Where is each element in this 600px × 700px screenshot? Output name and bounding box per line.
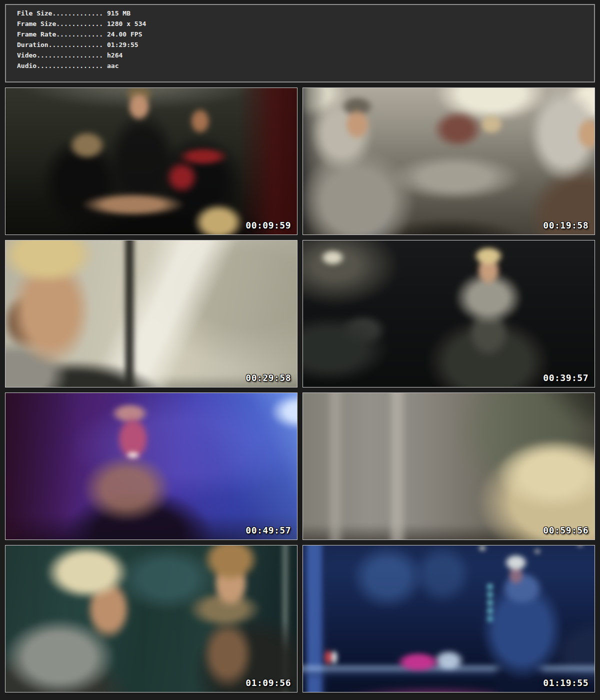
dot-leader: ................. (36, 62, 103, 70)
screenshot-grid: 00:09:59 00:19:58 00:29:58 00:39:57 00:4… (5, 88, 595, 692)
timestamp-overlay: 00:59:56 (543, 525, 588, 536)
info-label: Video (17, 52, 36, 59)
info-row-video-codec: Video................. h264 (17, 50, 594, 60)
dot-leader: ................. (36, 52, 103, 59)
info-label: File Size (17, 10, 52, 17)
timestamp-overlay: 00:09:59 (246, 220, 291, 230)
movie-still-image (302, 88, 595, 235)
screenshot-thumb-6: 00:59:56 (302, 392, 595, 540)
screenshot-thumb-7: 01:09:56 (5, 545, 298, 692)
dot-leader: .............. (48, 41, 104, 48)
movie-still-image (5, 545, 298, 692)
movie-still-image (302, 545, 595, 692)
info-label: Frame Rate (17, 30, 56, 38)
timestamp-overlay: 01:19:55 (543, 678, 588, 688)
screenshot-thumb-3: 00:29:58 (5, 240, 298, 388)
screenshot-thumb-8: 01:19:55 (302, 545, 595, 692)
info-row-audio-codec: Audio................. aac (17, 60, 594, 71)
info-row-frame-size: Frame Size............ 1280 x 534 (17, 18, 594, 29)
movie-still-image (5, 88, 298, 235)
timestamp-overlay: 00:39:57 (543, 372, 588, 383)
timestamp-overlay: 00:49:57 (246, 525, 291, 536)
info-label: Duration (17, 41, 48, 48)
info-label: Frame Size (17, 20, 56, 28)
movie-still-image (5, 240, 298, 388)
info-value: aac (107, 62, 118, 70)
info-row-frame-rate: Frame Rate............ 24.00 FPS (17, 29, 594, 40)
dot-leader: ............. (52, 10, 103, 17)
timestamp-overlay: 01:09:56 (246, 678, 291, 688)
movie-still-image (302, 240, 595, 388)
info-row-duration: Duration.............. 01:29:55 (17, 40, 594, 50)
info-value: 1280 x 534 (107, 20, 146, 28)
info-value: 915 MB (107, 10, 130, 17)
media-info-panel: File Size............. 915 MB Frame Size… (5, 4, 595, 82)
movie-still-image (302, 392, 595, 540)
timestamp-overlay: 00:29:58 (246, 372, 291, 383)
screenshot-thumb-5: 00:49:57 (5, 392, 298, 540)
screenshot-thumb-2: 00:19:58 (302, 88, 595, 235)
screenshot-thumb-1: 00:09:59 (5, 88, 298, 235)
screenshot-thumb-4: 00:39:57 (302, 240, 595, 388)
dot-leader: ............ (56, 30, 103, 38)
info-value: 24.00 FPS (107, 30, 142, 38)
info-value: 01:29:55 (107, 41, 138, 48)
movie-still-image (5, 392, 298, 540)
dot-leader: ............ (56, 20, 103, 28)
timestamp-overlay: 00:19:58 (543, 220, 588, 230)
info-row-file-size: File Size............. 915 MB (17, 8, 594, 18)
info-value: h264 (107, 52, 122, 59)
info-label: Audio (17, 62, 36, 70)
